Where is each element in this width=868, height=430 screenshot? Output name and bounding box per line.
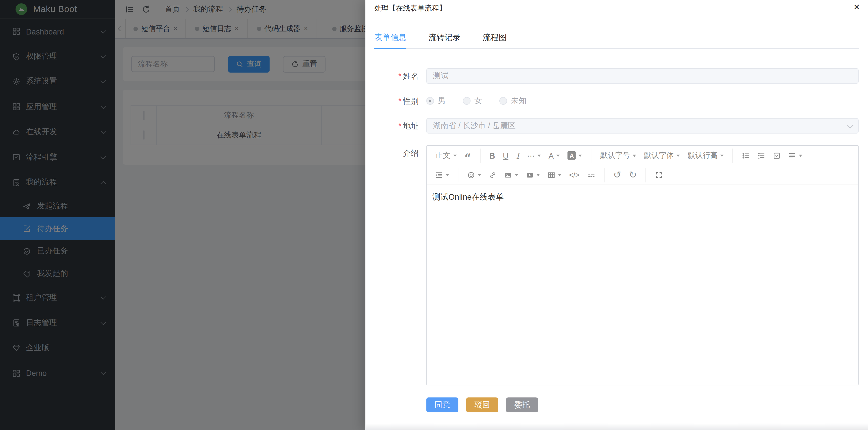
drawer-title: 处理【在线表单流程】: [374, 3, 446, 13]
underline-button[interactable]: U: [499, 149, 512, 162]
bg-color-button[interactable]: A: [564, 149, 586, 162]
font-size-select[interactable]: 默认字号: [596, 149, 640, 162]
caret-down-icon: [633, 154, 636, 156]
toolbar-separator: [646, 168, 646, 182]
indent-button[interactable]: [431, 168, 453, 181]
radio-unchecked-icon: [463, 97, 471, 105]
caret-down-icon: [556, 154, 560, 156]
caret-down-icon: [445, 174, 449, 176]
reject-button[interactable]: 驳回: [466, 398, 498, 412]
caret-down-icon: [537, 154, 541, 156]
caret-down-icon: [453, 154, 457, 156]
link-button[interactable]: [485, 168, 501, 181]
undo-button[interactable]: ↺: [610, 168, 625, 181]
video-button[interactable]: [522, 168, 544, 181]
fullscreen-button[interactable]: [651, 168, 667, 181]
bullet-list-button[interactable]: [738, 149, 753, 162]
viewport: Maku Boot Dashboard 权限管理 系统设置 应用管理 在线开发 …: [0, 0, 868, 430]
radio-checked-icon: [426, 97, 434, 105]
radio-male[interactable]: 男: [426, 96, 445, 106]
caret-down-icon: [579, 154, 582, 156]
bold-button[interactable]: B: [486, 149, 499, 162]
toolbar-separator: [604, 168, 604, 182]
editor-toolbar: 正文 “ B U I ⋯ A A 默认字号 默认字体 默认行高: [427, 146, 858, 185]
chevron-down-icon: [847, 122, 854, 128]
redo-button[interactable]: ↻: [625, 168, 641, 181]
line-height-select[interactable]: 默认行高: [684, 149, 728, 162]
caret-down-icon: [677, 154, 680, 156]
toolbar-row-2: </> ↺ ↻: [427, 165, 858, 184]
name-field[interactable]: 测试: [426, 68, 859, 84]
caret-down-icon: [536, 174, 539, 176]
toolbar-separator: [591, 148, 591, 163]
tab-form-info[interactable]: 表单信息: [374, 32, 406, 48]
more-styles-button[interactable]: ⋯: [523, 149, 545, 162]
table-button[interactable]: [544, 168, 565, 181]
caret-down-icon: [515, 174, 518, 176]
gender-radio-group: 男 女 未知: [426, 93, 544, 109]
tab-flow-diagram[interactable]: 流程图: [483, 32, 507, 48]
delegate-button[interactable]: 委托: [506, 398, 538, 412]
required-asterisk: *: [398, 71, 401, 80]
required-asterisk: *: [398, 96, 401, 105]
drawer-footer-strip: [365, 424, 868, 430]
emoji-button[interactable]: [463, 168, 485, 181]
tabs-underline: [374, 48, 859, 49]
process-drawer: 处理【在线表单流程】 × 表单信息 流转记录 流程图 *姓名 测试 *性别 男 …: [365, 0, 868, 430]
drawer-tabs: 表单信息 流转记录 流程图: [374, 32, 859, 49]
align-button[interactable]: [784, 149, 806, 162]
caret-down-icon: [558, 174, 561, 176]
close-icon[interactable]: ×: [854, 2, 860, 12]
name-label: *姓名: [365, 68, 418, 84]
numbered-list-button[interactable]: [753, 149, 769, 162]
divider-button[interactable]: [583, 168, 599, 181]
tab-flow-records[interactable]: 流转记录: [429, 32, 461, 48]
gender-label: *性别: [365, 93, 418, 109]
caret-down-icon: [478, 174, 481, 176]
italic-button[interactable]: I: [512, 149, 523, 162]
radio-unknown[interactable]: 未知: [499, 96, 527, 106]
caret-down-icon: [799, 154, 802, 156]
toolbar-separator: [480, 148, 480, 163]
required-asterisk: *: [398, 121, 401, 130]
intro-label: 介绍: [365, 145, 418, 161]
blockquote-icon[interactable]: “: [461, 151, 475, 165]
toolbar-separator: [733, 148, 733, 163]
rich-text-editor: 正文 “ B U I ⋯ A A 默认字号 默认字体 默认行高: [426, 145, 859, 385]
address-select[interactable]: 湖南省 / 长沙市 / 岳麓区: [426, 118, 859, 134]
font-color-button[interactable]: A: [545, 149, 564, 162]
drawer-header: 处理【在线表单流程】: [365, 0, 868, 17]
todo-list-button[interactable]: [769, 149, 785, 162]
address-label: *地址: [365, 118, 418, 134]
heading-select[interactable]: 正文: [431, 149, 461, 162]
image-button[interactable]: [500, 168, 522, 181]
drawer-actions: 同意 驳回 委托: [426, 398, 538, 412]
code-button[interactable]: </>: [565, 168, 583, 181]
active-tab-indicator: [374, 48, 406, 49]
font-family-select[interactable]: 默认字体: [640, 149, 684, 162]
radio-female[interactable]: 女: [463, 96, 482, 106]
toolbar-separator: [458, 168, 458, 182]
app-window: Maku Boot Dashboard 权限管理 系统设置 应用管理 在线开发 …: [0, 0, 868, 430]
editor-content[interactable]: 测试Online在线表单: [427, 185, 858, 209]
radio-unchecked-icon: [499, 97, 507, 105]
approve-button[interactable]: 同意: [426, 398, 458, 412]
toolbar-row-1: 正文 “ B U I ⋯ A A 默认字号 默认字体 默认行高: [427, 146, 858, 165]
caret-down-icon: [720, 154, 724, 156]
